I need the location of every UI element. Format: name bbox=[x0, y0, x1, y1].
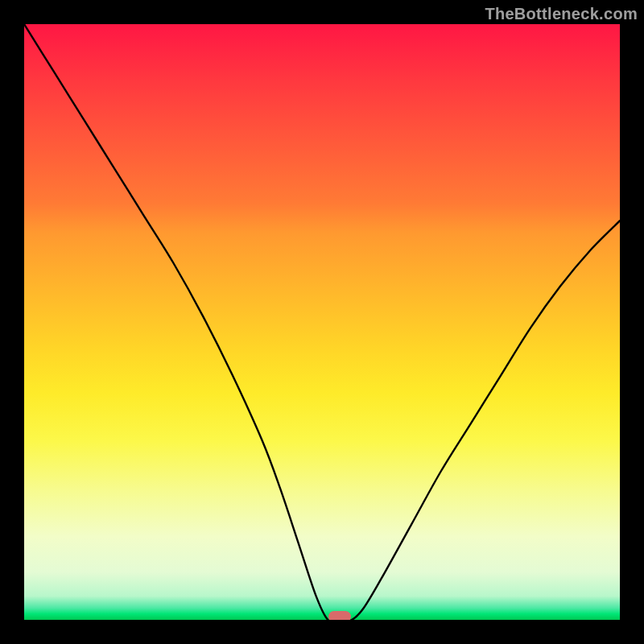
optimum-marker bbox=[328, 611, 351, 620]
watermark-text: TheBottleneck.com bbox=[485, 5, 638, 23]
plot-area bbox=[24, 24, 620, 620]
bottleneck-curve bbox=[24, 24, 620, 620]
chart-frame: TheBottleneck.com bbox=[0, 0, 644, 644]
